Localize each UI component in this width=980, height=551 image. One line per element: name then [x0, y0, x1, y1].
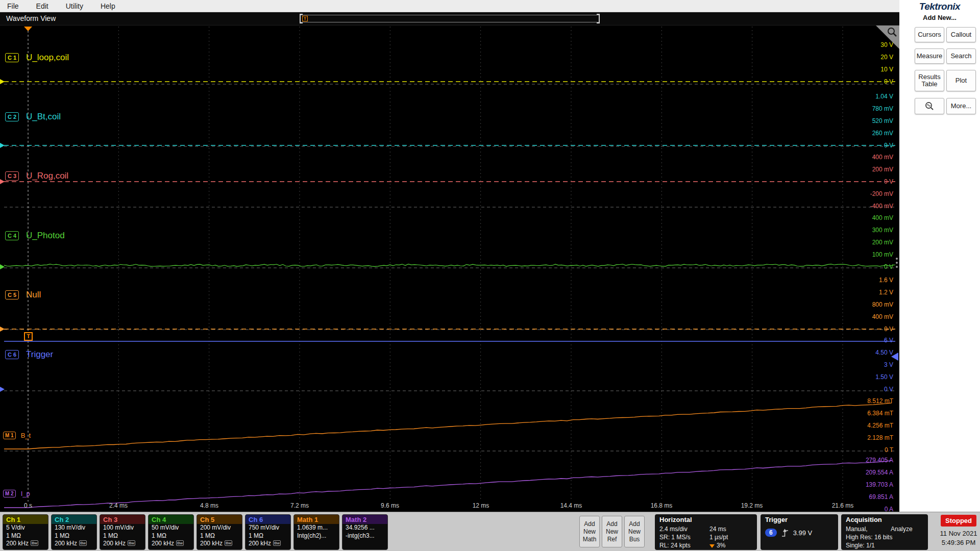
vertical-scale-label: 3 V [842, 361, 893, 368]
add-new-math-button[interactable]: AddNewMath [579, 516, 600, 547]
acquisition-mode-row: Manual, Analyze [846, 525, 923, 533]
waveform-graticule[interactable] [0, 26, 899, 512]
channel-row-m1[interactable]: M 1B_t [3, 430, 31, 441]
channel-badge-c4[interactable]: C 4 [5, 231, 19, 240]
channel-badge-c2[interactable]: C 2 [5, 112, 19, 121]
badge-setting-line: 200 kHzBw [197, 540, 242, 548]
channel-row-c1[interactable]: C 1U_loop,coil [5, 52, 69, 63]
channel-badge-c5[interactable]: C 5 [5, 290, 19, 299]
waveform-view-titlebar: Waveform View T [0, 12, 899, 26]
waveform-plot-area[interactable]: T C 1U_loop,coilC 2U_Bt,coilC 3U_Rog,coi… [0, 26, 899, 512]
add-new-button-line: Add [629, 520, 640, 528]
settings-badge-ch5[interactable]: Ch 5200 mV/div1 MΩ200 kHzBw [197, 514, 242, 550]
horizontal-value-right: 3% [709, 541, 725, 549]
badge-setting-line: 200 kHzBw [52, 540, 96, 548]
badge-channel-name: Math 1 [294, 515, 339, 524]
settings-badge-math1[interactable]: Math 11.0639 m...Intg(ch2)... [293, 514, 339, 550]
add-new-button-line: Ref [607, 536, 617, 543]
channel-name-label: U_Bt,coil [26, 112, 61, 122]
vertical-scale-label: 520 mV [842, 117, 893, 124]
vertical-scale-label: 1.04 V [842, 93, 893, 100]
horizontal-row: 2.4 ms/div24 ms [659, 525, 752, 533]
channel-row-c2[interactable]: C 2U_Bt,coil [5, 111, 61, 122]
channel-name-label: U_Rog,coil [26, 171, 68, 181]
settings-badge-ch3[interactable]: Ch 3100 mV/div1 MΩ200 kHzBw [100, 514, 145, 550]
channel-row-c3[interactable]: C 3U_Rog,coil [5, 170, 68, 182]
channel-badge-c1[interactable]: C 1 [5, 53, 19, 62]
add-new-bus-button[interactable]: AddNewBus [624, 516, 645, 547]
horizontal-value-right: 1 µs/pt [709, 533, 728, 541]
add-new-button-group: CursorsCalloutMeasureSearchResults Table… [899, 0, 980, 512]
overview-trigger-icon: T [302, 16, 308, 21]
channel-badge-m2[interactable]: M 2 [3, 490, 16, 497]
channel-name-label: I_p [21, 490, 30, 497]
overview-right-endcap[interactable] [597, 14, 600, 23]
add-new-cursors-button[interactable]: Cursors [915, 27, 944, 42]
channel-row-c4[interactable]: C 4U_Photod [5, 230, 65, 241]
settings-badge-ch2[interactable]: Ch 2130 mV/div1 MΩ200 kHzBw [51, 514, 97, 550]
menu-edit[interactable]: Edit [36, 2, 48, 10]
badge-setting-line: 1 MΩ [3, 532, 48, 540]
acquisition-title: Acquisition [846, 516, 923, 523]
add-new-results-table-button[interactable]: Results Table [915, 70, 944, 91]
channel-row-m2[interactable]: M 2I_p [3, 488, 30, 499]
channel-badge-c6[interactable]: C 6 [5, 350, 19, 359]
settings-badge-ch6[interactable]: Ch 6750 mV/div1 MΩ200 kHzBw [245, 514, 291, 550]
vertical-scale-label: 209.554 A [842, 469, 893, 476]
channel-name-label: Null [26, 290, 41, 300]
acquisition-status-button[interactable]: Stopped [941, 515, 976, 527]
add-new-button-line: Add [584, 520, 595, 528]
horizontal-overview-scrollbar[interactable]: T [300, 15, 599, 22]
trigger-title: Trigger [765, 516, 834, 523]
acquisition-panel[interactable]: Acquisition Manual, Analyze High Res: 16… [841, 514, 928, 550]
badge-channel-name: Math 2 [342, 515, 387, 524]
vertical-scale-label: 4.256 mT [842, 422, 893, 429]
add-new-measure-button[interactable]: Measure [915, 48, 944, 64]
vertical-scale-label: 0 V [842, 263, 893, 270]
add-new-button-line: New [628, 528, 641, 536]
panel-splitter-handle[interactable] [894, 254, 899, 271]
badge-setting-line: Intg(ch2)... [294, 532, 339, 540]
add-new-ref-button[interactable]: AddNewRef [602, 516, 622, 547]
horizontal-panel[interactable]: Horizontal 2.4 ms/div24 msSR: 1 MS/s1 µs… [655, 514, 757, 550]
vertical-scale-label: 0 V [842, 178, 893, 185]
menu-file[interactable]: File [7, 2, 19, 10]
channel-row-c6[interactable]: C 6Trigger [5, 349, 53, 360]
horizontal-value-left: SR: 1 MS/s [659, 533, 709, 541]
channel-name-label: Trigger [26, 349, 53, 360]
settings-badge-ch4[interactable]: Ch 450 mV/div1 MΩ200 kHzBw [148, 514, 194, 550]
channel-badge-c3[interactable]: C 3 [5, 171, 19, 181]
vertical-scale-label: 400 mV [842, 313, 893, 320]
add-new-more-button[interactable]: More... [946, 98, 976, 114]
menu-help[interactable]: Help [101, 2, 115, 10]
channel-badge-m1[interactable]: M 1 [3, 432, 16, 439]
bottom-settings-bar: Ch 15 V/div1 MΩ200 kHzBwCh 2130 mV/div1 … [0, 512, 980, 551]
menu-utility[interactable]: Utility [66, 2, 83, 10]
trigger-source-badge[interactable]: 6 [765, 529, 777, 537]
add-new-button-line: New [606, 528, 618, 536]
vertical-scale-label: 0 V [842, 142, 893, 149]
vertical-scale-label: 279.405 A [842, 457, 893, 464]
vertical-scale-label: -200 mV [842, 190, 893, 197]
time-axis-label: 7.2 ms [283, 502, 316, 509]
add-new-button-line: New [583, 528, 596, 536]
trigger-position-badge[interactable]: T [24, 332, 33, 341]
badge-setting-line: 34.9256 ... [342, 524, 387, 532]
add-new-plot-button[interactable]: Plot [946, 70, 976, 91]
rising-edge-slope-icon [781, 528, 789, 537]
time-axis-label: 14.4 ms [555, 502, 587, 509]
channel-row-c5[interactable]: C 5Null [5, 289, 41, 300]
horizontal-value-left: 2.4 ms/div [659, 525, 709, 533]
add-new-callout-button[interactable]: Callout [946, 27, 976, 42]
badge-setting-line: 1.0639 m... [294, 524, 339, 532]
badge-setting-line: 200 kHzBw [3, 540, 48, 548]
badge-setting-line: 750 mV/div [246, 524, 290, 532]
settings-badge-ch1[interactable]: Ch 15 V/div1 MΩ200 kHzBw [3, 514, 48, 550]
settings-badge-math2[interactable]: Math 234.9256 ...-intg(ch3... [342, 514, 388, 550]
zoom-tool-button[interactable] [915, 98, 944, 114]
vertical-scale-label: 0 T [842, 446, 893, 454]
vertical-scale-label: 1.2 V [842, 289, 893, 296]
trigger-panel[interactable]: Trigger 6 3.99 V [761, 514, 838, 550]
add-new-search-button[interactable]: Search [946, 48, 976, 64]
vertical-scale-label: 0 V [842, 325, 893, 333]
